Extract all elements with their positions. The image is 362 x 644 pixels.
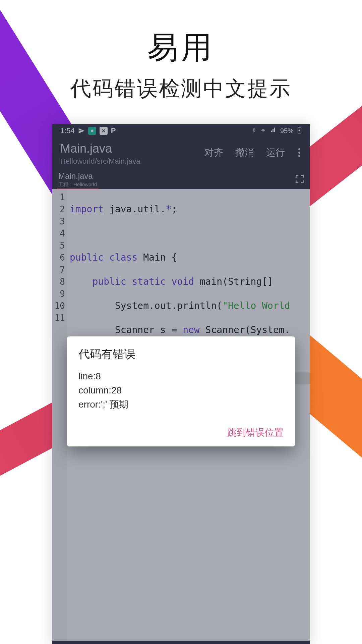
battery-icon [297,126,302,136]
run-button[interactable]: 运行 [266,146,285,159]
battery-text: 95% [280,127,294,135]
line-gutter: 1 2 3 4 5 6 7 8 9 10 11 [52,189,67,641]
header-title: Main.java [60,142,204,156]
align-button[interactable]: 对齐 [204,146,223,159]
undo-button[interactable]: 撤消 [235,146,254,159]
tab-project: 工程：Helloworld [58,181,97,188]
tab-bar: Main.java 工程：Helloworld [52,170,310,189]
app-header: Main.java Helloworld/src/Main.java 对齐 撤消… [52,138,310,170]
error-line: line:8 [78,369,284,383]
wifi-icon [259,127,267,135]
svg-point-0 [91,130,93,132]
error-message: error:';' 预期 [78,397,284,412]
bluetooth-icon [251,127,256,135]
fullscreen-icon[interactable] [294,174,305,186]
status-time: 1:54 [60,126,75,135]
app-icon-close: ✕ [100,127,108,135]
dialog-title: 代码有错误 [78,346,284,362]
dialog-body: line:8 column:28 error:';' 预期 [78,369,284,412]
app-icon-green [88,127,96,135]
send-icon [78,127,85,134]
goto-error-button[interactable]: 跳到错误位置 [227,426,284,439]
promo-title: 易用 [0,27,362,68]
overflow-menu-button[interactable] [297,147,302,158]
error-column: column:28 [78,383,284,397]
tab-label: Main.java [58,171,93,180]
signal-icon [270,127,277,135]
tab-main-java[interactable]: Main.java 工程：Helloworld [57,170,98,190]
error-dialog: 代码有错误 line:8 column:28 error:';' 预期 跳到错误… [67,336,295,446]
header-path: Helloworld/src/Main.java [60,157,204,166]
app-icon-p: P [111,126,116,135]
phone-frame: 1:54 ✕ P 95% [52,124,310,644]
status-bar: 1:54 ✕ P 95% [52,124,310,138]
svg-rect-2 [299,126,300,127]
